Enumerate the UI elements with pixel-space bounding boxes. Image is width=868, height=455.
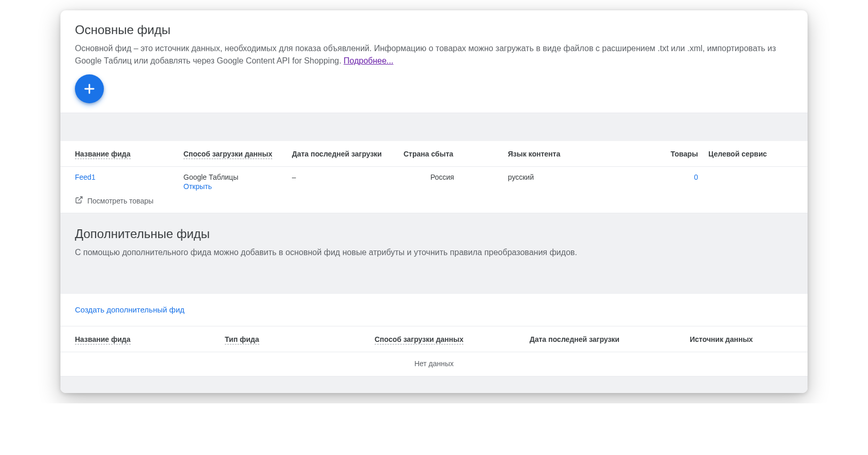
open-sheet-link[interactable]: Открыть	[183, 182, 292, 191]
col-feed-type[interactable]: Тип фида	[225, 335, 259, 344]
no-data-message: Нет данных	[60, 352, 808, 376]
secondary-table-header: Название фида Тип фида Способ загрузки д…	[60, 326, 808, 352]
col-country: Страна сбыта	[404, 150, 453, 158]
secondary-feeds-table: Название фида Тип фида Способ загрузки д…	[60, 326, 808, 376]
view-products-label: Посмотреть товары	[87, 197, 153, 205]
col-feed-name[interactable]: Название фида	[75, 150, 131, 159]
col-language: Язык контента	[508, 150, 560, 158]
col-target-service: Целевой сервис	[708, 150, 767, 158]
learn-more-link[interactable]: Подробнее...	[344, 56, 393, 65]
primary-feeds-header: Основные фиды Основной фид – это источни…	[60, 10, 808, 67]
primary-table-row: Feed1 Google Таблицы Открыть – Россия ру…	[60, 167, 808, 194]
spacer	[60, 269, 808, 294]
col-items: Товары	[671, 150, 698, 158]
secondary-feeds-header: Дополнительные фиды С помощью дополнител…	[60, 213, 808, 269]
primary-feeds-description: Основной фид – это источник данных, необ…	[75, 42, 793, 67]
primary-table-header: Название фида Способ загрузки данных Дат…	[60, 141, 808, 167]
feed-name-link[interactable]: Feed1	[75, 173, 96, 181]
primary-feeds-table: Название фида Способ загрузки данных Дат…	[60, 141, 808, 213]
open-in-new-icon	[75, 196, 83, 206]
plus-icon	[82, 82, 97, 96]
svg-line-0	[79, 197, 82, 200]
col-last-upload-date-2: Дата последней загрузки	[530, 335, 619, 343]
feed-country-value: Россия	[430, 173, 454, 181]
feed-language-value: русский	[508, 173, 534, 181]
col-upload-method[interactable]: Способ загрузки данных	[183, 150, 272, 159]
feed-date-value: –	[292, 173, 296, 181]
feeds-panel: Основные фиды Основной фид – это источни…	[60, 10, 808, 393]
primary-feeds-desc-text: Основной фид – это источник данных, необ…	[75, 44, 776, 65]
add-feed-button[interactable]	[75, 74, 104, 103]
col-upload-method-2[interactable]: Способ загрузки данных	[375, 335, 463, 344]
create-secondary-feed-link[interactable]: Создать дополнительный фид	[75, 305, 184, 314]
col-last-upload-date: Дата последней загрузки	[292, 150, 382, 158]
feed-method-value: Google Таблицы	[183, 173, 238, 181]
spacer	[60, 376, 808, 393]
col-data-source: Источник данных	[690, 335, 753, 343]
feed-items-link[interactable]: 0	[694, 173, 698, 181]
spacer	[60, 113, 808, 141]
secondary-feeds-description: С помощью дополнительного фида можно доб…	[75, 246, 793, 259]
col-feed-name-2[interactable]: Название фида	[75, 335, 131, 344]
view-products-link[interactable]: Посмотреть товары	[60, 194, 808, 213]
secondary-feeds-toolbar: Создать дополнительный фид	[60, 294, 808, 326]
secondary-feeds-title: Дополнительные фиды	[75, 227, 793, 241]
primary-feeds-title: Основные фиды	[75, 23, 793, 37]
primary-feeds-toolbar	[60, 67, 808, 113]
